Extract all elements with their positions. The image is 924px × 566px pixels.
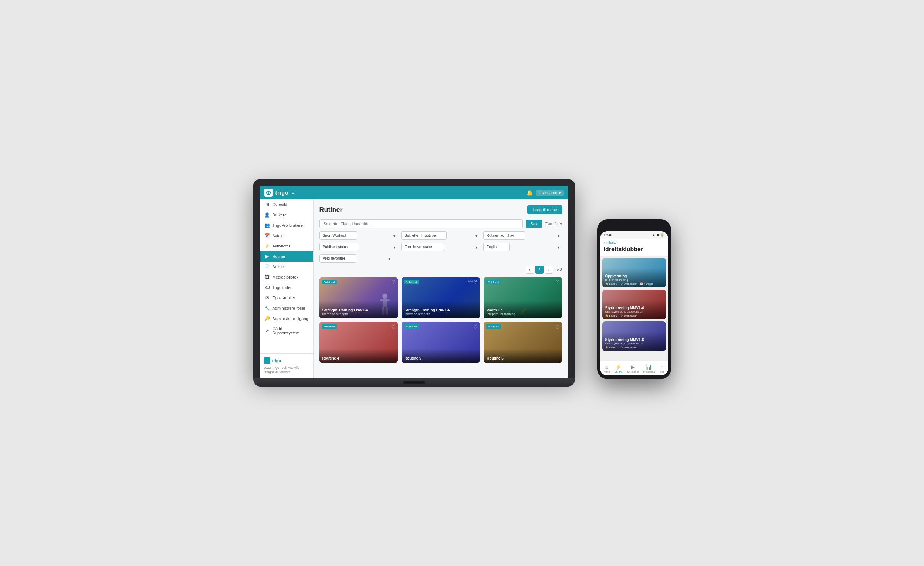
days-meta-1: 📅 7 Dager (640, 282, 653, 285)
fremgang-icon: 📊 (646, 364, 652, 370)
main-content: Rutiner Legg til rutine Søk Tøm filter (314, 200, 568, 378)
added-by-select[interactable]: Rutiner lagt til av (483, 231, 525, 240)
clear-filter-button[interactable]: Tøm filter (545, 222, 562, 226)
routine-card-3[interactable]: 🤾 Publisert ♡ Warm Up Prepare for traini… (484, 278, 562, 318)
laptop-notch (403, 381, 425, 384)
current-page-button[interactable]: 2 (536, 266, 543, 274)
phone-card-3[interactable]: Styrketrening MMV1-6 Øke styrke og kropp… (602, 321, 666, 351)
search-button[interactable]: Søk (526, 220, 542, 228)
min-rutine-label: Min rutine (627, 370, 639, 373)
card-title-5: Routine 5 (405, 356, 477, 360)
artikler-icon: 📄 (265, 264, 270, 269)
language-wrap: English (483, 243, 562, 251)
routine-card-6[interactable]: Publisert ♡ Routine 6 (484, 322, 562, 363)
app-header: trigo ≡ 🔔 Username ▾ (260, 186, 568, 200)
phone-card-meta-1: ⭐ Level 1 ⏱ 30 minutter 📅 7 Dager (605, 282, 663, 285)
sidebar-item-mediebibliotek[interactable]: 🖼 Mediebibliotek (260, 272, 313, 282)
sidebar-item-oversikt[interactable]: ⊞ Oversikt (260, 200, 313, 210)
support-icon: ↗ (265, 328, 270, 333)
aktiviteter-icon: ⚡ (265, 243, 270, 249)
phone-card-overlay-3: Styrketrening MMV1-6 Øke styrke og kropp… (602, 332, 666, 351)
sidebar-item-epost[interactable]: ✉ Epost-mailer (260, 293, 313, 303)
brukere-icon: 👤 (265, 212, 270, 218)
filter-row-1: Sport Workout Søk etter Trigotype Ru (320, 231, 562, 240)
mediebibliotek-icon: 🖼 (265, 275, 270, 280)
sidebar-item-artikler[interactable]: 📄 Artikler (260, 261, 313, 272)
next-page-button[interactable]: › (545, 266, 553, 274)
sidebar-item-rutiner[interactable]: ▶ Rutiner (260, 251, 313, 261)
trigotype-select[interactable]: Søk etter Trigotype (401, 231, 447, 240)
phone-nav-uttraks[interactable]: ⚡ Uttraks (615, 364, 622, 373)
phone-nav-fremgang[interactable]: 📊 Fremgang (644, 364, 655, 373)
card-badge-6: Publisert (486, 324, 501, 329)
sidebar-label-oversikt: Oversikt (273, 202, 287, 207)
level-meta-1: ⭐ Level 1 (605, 282, 618, 285)
sidebar-item-avtaler[interactable]: 📅 Avtaler (260, 230, 313, 241)
phone-nav-min-rutine[interactable]: ▶ Min rutine (627, 364, 639, 373)
phone-card-2[interactable]: Styrketrening MMV1-4 Øke styrke og kropp… (602, 290, 666, 319)
level-icon-3: ⭐ (605, 346, 609, 349)
featured-status-select[interactable]: Fremhevet status (401, 243, 444, 251)
card-heart-5[interactable]: ♡ (473, 324, 478, 330)
favourites-wrap: Velg favoritter (320, 254, 393, 263)
card-heart-2[interactable]: ♡ (473, 280, 478, 285)
card-heart-1[interactable]: ♡ (391, 280, 396, 285)
sidebar-item-adm-tilgang[interactable]: 🔑 Administrere tilgang (260, 313, 313, 324)
collapse-button[interactable]: ≡ (292, 190, 294, 195)
duration-meta-1: ⏱ 30 minutter (620, 282, 637, 285)
card-heart-4[interactable]: ♡ (391, 324, 396, 330)
phone-bottom-nav: ⌂ Hjem ⚡ Uttraks ▶ Min rutine 📊 Fremgang (600, 361, 668, 375)
sidebar-item-trigokoder[interactable]: 🏷 Trigokoder (260, 282, 313, 293)
phone-card-1[interactable]: Oppvarming Bli klar for trening ⭐ Level … (602, 258, 666, 287)
add-routine-button[interactable]: Legg til rutine (527, 205, 562, 214)
laptop-device: trigo ≡ 🔔 Username ▾ ⊞ Oversikt (253, 179, 575, 387)
duration-text-3: 60 minutter (624, 346, 637, 349)
routine-card-1[interactable]: Publisert ♡ Strength Training LNW1-4 Inc… (320, 278, 398, 318)
routine-card-4[interactable]: Publisert ♡ Routine 4 (320, 322, 398, 363)
sidebar-label-artikler: Artikler (273, 264, 285, 269)
card-info-2: Strength Training LNW1-6 Increase streng… (402, 301, 480, 318)
phone-screen: 12:46 ▲ ◼ 🔋 ‹ Tilbake Idrettsklubber (600, 231, 668, 375)
phone-card-overlay-2: Styrketrening MMV1-4 Øke styrke og kropp… (602, 300, 666, 319)
favourites-select[interactable]: Velg favoritter (320, 254, 356, 263)
language-select[interactable]: English (483, 243, 510, 251)
filter-row-3: Velg favoritter (320, 254, 393, 263)
search-input[interactable] (320, 219, 523, 228)
sidebar-label-avtaler: Avtaler (273, 233, 285, 238)
sidebar-item-trigopro[interactable]: 👥 TrigoPro-brukere (260, 220, 313, 230)
laptop-screen: trigo ≡ 🔔 Username ▾ ⊞ Oversikt (260, 186, 568, 378)
sidebar-item-aktiviteter[interactable]: ⚡ Aktiviteter (260, 241, 313, 251)
sidebar-item-adm-roller[interactable]: 🔧 Administrere roller (260, 303, 313, 313)
back-chevron: ‹ (604, 241, 605, 245)
footer-logo-text: trigo (272, 359, 281, 363)
card-heart-6[interactable]: ♡ (555, 324, 560, 330)
card-subtitle-2: Increase strength (405, 312, 477, 316)
back-link[interactable]: ‹ Tilbake (604, 241, 664, 245)
card-heart-3[interactable]: ♡ (555, 280, 560, 285)
phone-status-icons: ▲ ◼ 🔋 (652, 233, 664, 237)
routine-card-2[interactable]: VIAGE Publisert ♡ Strength Training LNW1… (402, 278, 480, 318)
prev-page-button[interactable]: ‹ (526, 266, 534, 274)
level-meta-2: ⭐ Level 2 (605, 314, 618, 317)
phone-nav-hjem[interactable]: ⌂ Hjem (604, 364, 610, 373)
routine-card-5[interactable]: Publisert ♡ Routine 5 (402, 322, 480, 363)
logo-icon (264, 189, 273, 197)
phone-nav-mer[interactable]: ≡ Mer (660, 364, 664, 373)
phone-card-meta-2: ⭐ Level 2 ⏱ 60 minutter (605, 314, 663, 317)
duration-meta-2: ⏱ 60 minutter (620, 314, 637, 317)
phone-notch (623, 223, 645, 230)
sidebar-item-support[interactable]: ↗ Gå til Supportsystem (260, 324, 313, 338)
phone-content: Oppvarming Bli klar for trening ⭐ Level … (600, 256, 668, 375)
mer-label: Mer (660, 370, 664, 373)
sport-type-select[interactable]: Sport Workout (320, 231, 357, 240)
publish-status-select[interactable]: Publisert status (320, 243, 359, 251)
sidebar-footer: trigo 2022 Trigo Tech AS. Alle rettighet… (260, 353, 313, 378)
sidebar-label-mediebibliotek: Mediebibliotek (273, 275, 298, 279)
uttraks-icon: ⚡ (615, 364, 621, 370)
card-subtitle-1: Increase strength (322, 312, 395, 316)
header-left: trigo ≡ (264, 189, 294, 197)
card-badge-5: Publisert (404, 324, 419, 329)
notification-icon[interactable]: 🔔 (526, 190, 533, 196)
sidebar-item-brukere[interactable]: 👤 Brukere (260, 210, 313, 220)
user-menu-button[interactable]: Username ▾ (536, 190, 564, 196)
